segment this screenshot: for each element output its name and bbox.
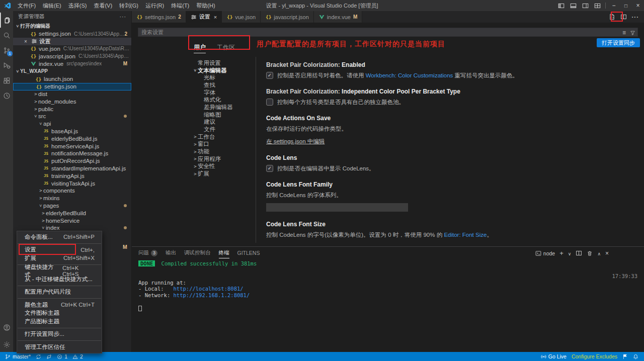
menubar-item-6[interactable]: 终端(T) <box>168 0 193 11</box>
statusbar-errors[interactable]: 1 <box>54 352 70 361</box>
editor-tab-index-vue[interactable]: index.vueM <box>314 11 362 23</box>
open-editor-item[interactable]: {}vue.jsonC:\Users\13045\AppData\Roaming… <box>13 45 131 53</box>
toc-item[interactable]: 查找 <box>132 81 256 89</box>
toc-item[interactable]: >工作台 <box>132 133 256 141</box>
open-editor-item[interactable]: ×设置 <box>13 38 131 45</box>
editor-tab-settings-json[interactable]: {}settings.json2 <box>132 11 186 23</box>
context-menu-item-颜色主题[interactable]: 颜色主题Ctrl+K Ctrl+T <box>17 301 102 309</box>
layout-secondary-icon[interactable] <box>579 0 591 11</box>
toc-item[interactable]: >安全性 <box>132 163 256 170</box>
context-menu-item-键盘快捷方式[interactable]: 键盘快捷方式Ctrl+K Ctrl+S <box>17 267 102 276</box>
setting-value-input[interactable] <box>266 203 408 212</box>
filter-settings-icon[interactable] <box>630 30 635 36</box>
panel-tab-调试控制台[interactable]: 调试控制台 <box>184 247 211 258</box>
tree-item-node-modules[interactable]: >node_modules <box>13 98 131 105</box>
tree-item-components[interactable]: >components <box>13 187 131 195</box>
menubar-item-0[interactable]: 文件(F) <box>14 0 39 11</box>
turn-on-settings-sync-button[interactable]: 打开设置同步 <box>597 38 640 47</box>
scope-tab-workspace[interactable]: 工作区 <box>217 43 235 53</box>
terminal-profiles-dropdown-button[interactable]: ∨ <box>568 250 572 256</box>
tree-item-baseApi-js[interactable]: JSbaseApi.js <box>13 128 131 135</box>
toc-item[interactable]: 字体 <box>132 89 256 97</box>
minimize-button[interactable]: − <box>608 0 620 11</box>
activity-explorer[interactable] <box>0 13 13 28</box>
tree-item-standardImplemenationApi-js[interactable]: JSstandardImplemenationApi.js <box>13 165 131 172</box>
layout-panel-icon[interactable] <box>567 0 579 11</box>
tree-item-launch-json[interactable]: {}launch.json <box>13 75 131 83</box>
toc-item[interactable]: 光标 <box>132 74 256 81</box>
panel-tab-GITLENS[interactable]: GITLENS <box>237 248 260 257</box>
close-icon[interactable]: × <box>24 39 30 44</box>
panel-tab-终端[interactable]: 终端 <box>219 247 229 258</box>
activity-search[interactable] <box>0 28 13 43</box>
tree-item-pages[interactable]: >pages <box>13 202 131 210</box>
more-actions-icon[interactable]: ··· <box>120 14 127 20</box>
toc-item[interactable]: >窗口 <box>132 141 256 148</box>
tree-item-notificationMessage-js[interactable]: JSnotificationMessage.js <box>13 150 131 157</box>
toc-item[interactable]: >文本编辑器 <box>132 67 256 74</box>
menubar-item-3[interactable]: 查看(V) <box>90 0 116 11</box>
settings-search-input[interactable] <box>138 28 638 37</box>
tree-item-elderlyBedBuild[interactable]: >elderlyBedBuild <box>13 209 131 217</box>
tree-item-settings-json[interactable]: {}settings.json <box>13 83 131 91</box>
toc-item[interactable]: 文件 <box>132 126 256 133</box>
statusbar-warnings[interactable]: 2 <box>70 352 86 361</box>
editor-tab-javascript-json[interactable]: {}javascript.json <box>261 11 314 23</box>
tree-item-trainingApi-js[interactable]: JStrainingApi.js <box>13 172 131 179</box>
context-menu-item-配置用户代码片段[interactable]: 配置用户代码片段 <box>17 288 102 297</box>
context-menu-item-命令面板[interactable]: 命令面板...Ctrl+Shift+P <box>17 233 102 241</box>
statusbar-go-live[interactable]: Go Live <box>538 352 569 361</box>
close-button[interactable]: × <box>632 0 644 11</box>
statusbar-notifications[interactable] <box>630 352 641 361</box>
activity-run-and-debug[interactable] <box>0 58 13 73</box>
menubar-item-5[interactable]: 运行(R) <box>142 0 168 11</box>
statusbar-flag[interactable] <box>620 352 630 361</box>
context-menu-item-文件图标主题[interactable]: 文件图标主题 <box>17 309 102 318</box>
toc-item[interactable]: 常用设置 <box>132 59 256 67</box>
close-icon[interactable]: × <box>214 14 217 20</box>
terminal-output[interactable]: DONE Compiled successfully in 381ms App … <box>138 260 257 311</box>
open-editor-item[interactable]: index.vuesrc\pages\indexM <box>13 60 131 67</box>
tree-item-dist[interactable]: >dist <box>13 91 131 98</box>
project-root-header[interactable]: > YL_WXAPP <box>13 67 131 75</box>
split-editor-button[interactable] <box>620 14 627 20</box>
terminal-link[interactable]: http://192.168.1.2:8081/ <box>174 292 250 298</box>
tree-item-elderlyBedBuild-js[interactable]: JSelderlyBedBuild.js <box>13 135 131 142</box>
open-editor-item[interactable]: {}javascript.jsonC:\Users\13045\AppData\… <box>13 52 131 60</box>
tree-item-public[interactable]: >public <box>13 105 131 113</box>
menubar-item-7[interactable]: 帮助(H) <box>193 0 218 11</box>
clear-settings-search-icon[interactable]: ≡ <box>622 29 626 36</box>
toc-item[interactable]: 缩略图 <box>132 111 256 119</box>
activity-manage[interactable] <box>0 337 13 352</box>
tree-item-mixins[interactable]: >mixins <box>13 195 131 202</box>
open-editors-header[interactable]: > 打开的编辑器 <box>13 22 131 30</box>
context-menu-item-产品图标主题[interactable]: 产品图标主题 <box>17 317 102 326</box>
more-actions-button[interactable]: ··· <box>632 14 639 20</box>
panel-tab-输出[interactable]: 输出 <box>166 247 176 258</box>
context-menu-item-管理工作区信任[interactable]: 管理工作区信任 <box>17 343 102 351</box>
statusbar-git-branch[interactable]: master* <box>3 352 33 361</box>
terminal-link[interactable]: http://localhost:8081/ <box>174 286 244 292</box>
context-menu-item-设置[interactable]: 设置Ctrl+, <box>17 246 102 254</box>
scope-tab-user[interactable]: 用户 <box>194 43 206 53</box>
close-panel-button[interactable]: × <box>605 250 609 257</box>
editor-tab---[interactable]: 设置× <box>186 11 222 23</box>
layout-sidebar-icon[interactable] <box>555 0 567 11</box>
toc-item[interactable]: >功能 <box>132 148 256 155</box>
open-editor-item[interactable]: {}settings.jsonC:\Users\13045\AppData\Ro… <box>13 30 131 38</box>
activity-time-extension[interactable] <box>0 88 13 103</box>
menubar-item-4[interactable]: 转到(G) <box>116 0 142 11</box>
context-menu-item-扩展[interactable]: 扩展Ctrl+Shift+X <box>17 254 102 262</box>
tree-item-homeServiceApi-js[interactable]: JShomeServiceApi.js <box>13 142 131 150</box>
new-terminal-button[interactable]: + <box>559 249 564 257</box>
tree-item-api[interactable]: >api <box>13 120 131 128</box>
panel-tab-问题[interactable]: 问题3 <box>138 247 157 258</box>
toc-item[interactable]: 差异编辑器 <box>132 104 256 111</box>
setting-link[interactable]: Workbench: Color Customizations <box>366 72 453 78</box>
tree-item-homeService[interactable]: >homeService <box>13 217 131 224</box>
toc-item[interactable]: >扩展 <box>132 170 256 177</box>
checkbox-unchecked[interactable] <box>266 99 273 106</box>
toc-item[interactable]: 格式化 <box>132 96 256 104</box>
open-settings-json-button[interactable] <box>609 14 615 20</box>
setting-link[interactable]: Editor: Font Size <box>444 232 487 238</box>
